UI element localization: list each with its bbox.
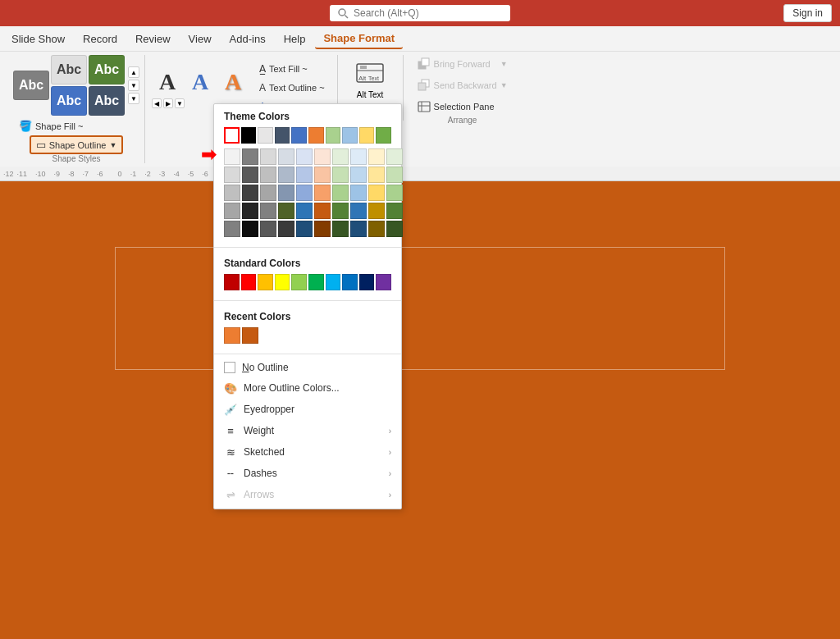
std-color-4[interactable]	[291, 274, 307, 290]
shade-4-3[interactable]	[278, 221, 294, 237]
shade-1-6[interactable]	[332, 167, 349, 183]
shade-2-8[interactable]	[368, 185, 385, 201]
shape-outline-btn[interactable]: ▭ Shape Outline ▼	[30, 135, 124, 154]
wa-scroll-right[interactable]: ▶	[163, 98, 173, 108]
shade-0-3[interactable]	[278, 148, 294, 165]
std-color-0[interactable]	[224, 274, 240, 290]
shade-1-3[interactable]	[278, 167, 294, 183]
wa-scroll-down2[interactable]: ▼	[175, 98, 185, 108]
shade-1-1[interactable]	[242, 167, 258, 183]
shade-3-9[interactable]	[386, 203, 403, 219]
menu-view[interactable]: View	[180, 30, 220, 48]
send-backward-btn[interactable]: Send Backward ▼	[410, 76, 515, 94]
std-color-9[interactable]	[376, 274, 391, 290]
theme-color-yellow[interactable]	[359, 127, 375, 144]
shade-2-3[interactable]	[278, 185, 294, 201]
search-box[interactable]	[330, 5, 510, 21]
sign-in-button[interactable]: Sign in	[783, 4, 832, 22]
slide-textbox[interactable]	[115, 247, 725, 370]
theme-color-lightgray[interactable]	[258, 127, 273, 144]
shade-3-1[interactable]	[242, 203, 258, 219]
shade-4-9[interactable]	[386, 221, 403, 237]
eyedropper-item[interactable]: 💉 Eyedropper	[214, 399, 401, 420]
scroll-down[interactable]: ▼	[128, 80, 139, 91]
scroll-more[interactable]: ▼	[128, 93, 139, 104]
menu-slideshow[interactable]: Slide Show	[3, 30, 73, 48]
std-color-6[interactable]	[326, 274, 341, 290]
recent-color-0[interactable]	[224, 327, 240, 344]
shade-4-8[interactable]	[368, 221, 385, 237]
shade-4-4[interactable]	[296, 221, 313, 237]
search-input[interactable]	[354, 7, 493, 19]
shade-3-3[interactable]	[278, 203, 294, 219]
wa-swatch-3[interactable]: A	[217, 67, 249, 97]
more-colors-item[interactable]: 🎨 More Outline Colors...	[214, 377, 401, 399]
bring-forward-btn[interactable]: Bring Forward ▼	[410, 55, 515, 73]
shade-0-0[interactable]	[224, 148, 240, 165]
arrows-item[interactable]: ⇌ Arrows ›	[214, 484, 401, 505]
shade-0-7[interactable]	[350, 148, 367, 165]
theme-color-darkblue[interactable]	[275, 127, 290, 144]
menu-record[interactable]: Record	[75, 30, 126, 48]
shade-3-7[interactable]	[350, 203, 367, 219]
shade-1-2[interactable]	[260, 167, 276, 183]
shade-0-8[interactable]	[368, 148, 385, 165]
shade-2-0[interactable]	[224, 185, 240, 201]
theme-color-green[interactable]	[376, 127, 391, 144]
theme-color-black[interactable]	[241, 127, 257, 144]
no-outline-item[interactable]: No Outline	[214, 358, 401, 377]
menu-addins[interactable]: Add-ins	[221, 30, 274, 48]
shade-1-0[interactable]	[224, 167, 240, 183]
shade-0-6[interactable]	[332, 148, 349, 165]
shade-0-1[interactable]	[242, 148, 258, 165]
shade-0-2[interactable]	[260, 148, 276, 165]
shade-4-0[interactable]	[224, 221, 240, 237]
alt-text-btn[interactable]: Alt Text Alt Text	[348, 55, 392, 103]
shape-swatch-4[interactable]: Abc	[89, 55, 125, 84]
shade-0-4[interactable]	[296, 148, 313, 165]
shade-1-4[interactable]	[296, 167, 313, 183]
shade-0-5[interactable]	[314, 148, 331, 165]
shade-2-6[interactable]	[332, 185, 349, 201]
shade-2-9[interactable]	[386, 185, 403, 201]
std-color-2[interactable]	[258, 274, 273, 290]
shade-0-9[interactable]	[386, 148, 403, 165]
shade-3-8[interactable]	[368, 203, 385, 219]
shade-3-5[interactable]	[314, 203, 331, 219]
wa-swatch-2[interactable]: A	[185, 67, 216, 97]
theme-color-lightblue[interactable]	[342, 127, 358, 144]
std-color-7[interactable]	[342, 274, 358, 290]
shade-2-2[interactable]	[260, 185, 276, 201]
shape-swatch-2[interactable]: Abc	[51, 55, 87, 84]
shape-swatch-5[interactable]: Abc	[89, 86, 125, 116]
shape-swatch-1[interactable]: Abc	[13, 71, 49, 100]
menu-review[interactable]: Review	[127, 30, 179, 48]
dashes-item[interactable]: ╌ Dashes ›	[214, 463, 401, 484]
std-color-1[interactable]	[241, 274, 257, 290]
menu-shapeformat[interactable]: Shape Format	[315, 29, 403, 49]
wa-scroll-left[interactable]: ◀	[152, 98, 162, 108]
scroll-up[interactable]: ▲	[128, 66, 139, 78]
menu-help[interactable]: Help	[276, 30, 314, 48]
shade-1-7[interactable]	[350, 167, 367, 183]
shade-4-2[interactable]	[260, 221, 276, 237]
shade-4-5[interactable]	[314, 221, 331, 237]
shape-swatch-3[interactable]: Abc	[51, 86, 87, 116]
text-fill-btn[interactable]: A̲ Text Fill ~	[253, 61, 331, 77]
shade-2-5[interactable]	[314, 185, 331, 201]
shade-2-1[interactable]	[242, 185, 258, 201]
text-outline-btn[interactable]: A Text Outline ~	[253, 80, 331, 96]
shade-4-7[interactable]	[350, 221, 367, 237]
shade-1-9[interactable]	[386, 167, 403, 183]
theme-color-lightgreen[interactable]	[326, 127, 341, 144]
wa-swatch-1[interactable]: A	[152, 67, 183, 97]
shade-3-4[interactable]	[296, 203, 313, 219]
shade-2-7[interactable]	[350, 185, 367, 201]
std-color-5[interactable]	[308, 274, 324, 290]
shade-4-6[interactable]	[332, 221, 349, 237]
selection-pane-btn[interactable]: Selection Pane	[410, 98, 515, 116]
shape-fill-btn[interactable]: 🪣 Shape Fill ~	[13, 117, 89, 135]
shade-1-8[interactable]	[368, 167, 385, 183]
shade-3-6[interactable]	[332, 203, 349, 219]
shade-2-4[interactable]	[296, 185, 313, 201]
